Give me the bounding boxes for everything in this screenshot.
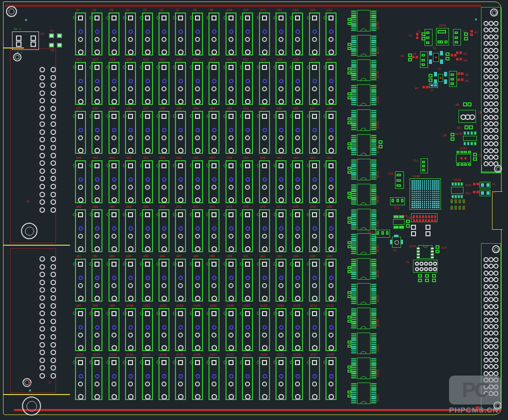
relay-footprint[interactable]	[175, 209, 186, 252]
relay-footprint[interactable]	[158, 209, 170, 252]
component-conn16[interactable]	[411, 213, 438, 222]
relay-footprint[interactable]	[142, 160, 153, 203]
relay-footprint[interactable]	[192, 111, 203, 154]
relay-footprint[interactable]	[276, 111, 286, 154]
relay-footprint[interactable]	[92, 62, 102, 105]
bga-footprint[interactable]	[410, 178, 441, 210]
relay-footprint[interactable]	[75, 357, 86, 400]
relay-footprint[interactable]	[192, 259, 203, 302]
component-cyn2h[interactable]	[480, 182, 490, 188]
relay-footprint[interactable]	[309, 12, 320, 55]
relay-footprint[interactable]	[192, 357, 203, 400]
component-res2h[interactable]	[412, 56, 418, 58]
component-sq4w[interactable]	[12, 31, 39, 50]
component-grn4[interactable]	[48, 33, 62, 48]
relay-footprint[interactable]	[175, 357, 186, 400]
relay-footprint[interactable]	[158, 259, 170, 302]
relay-footprint[interactable]	[208, 308, 220, 351]
relay-footprint[interactable]	[108, 357, 120, 400]
relay-footprint[interactable]	[75, 160, 86, 203]
relay-footprint[interactable]	[75, 259, 86, 302]
component-cyn2h[interactable]	[429, 83, 438, 88]
relay-footprint[interactable]	[208, 209, 220, 252]
relay-footprint[interactable]	[276, 259, 286, 302]
relay-footprint[interactable]	[92, 12, 102, 55]
relay-footprint[interactable]	[142, 62, 153, 105]
relay-footprint[interactable]	[326, 12, 336, 55]
right-connector-1[interactable]	[481, 7, 501, 172]
relay-footprint[interactable]	[309, 259, 320, 302]
component-g2h[interactable]	[464, 125, 473, 129]
relay-footprint[interactable]	[292, 111, 303, 154]
relay-footprint[interactable]	[259, 357, 270, 400]
relay-footprint[interactable]	[292, 160, 303, 203]
component-g2v[interactable]	[408, 53, 412, 61]
relay-footprint[interactable]	[142, 259, 153, 302]
component-res2h[interactable]	[473, 191, 479, 193]
relay-footprint[interactable]	[208, 259, 220, 302]
relay-footprint[interactable]	[92, 160, 102, 203]
relay-footprint[interactable]	[292, 308, 303, 351]
relay-footprint[interactable]	[142, 357, 153, 400]
relay-footprint[interactable]	[175, 259, 186, 302]
relay-footprint[interactable]	[276, 12, 286, 55]
relay-footprint[interactable]	[108, 259, 120, 302]
relay-footprint[interactable]	[259, 62, 270, 105]
relay-footprint[interactable]	[142, 111, 153, 154]
component-g2v[interactable]	[418, 274, 422, 282]
component-res2h[interactable]	[450, 54, 456, 56]
relay-footprint[interactable]	[92, 308, 102, 351]
relay-footprint[interactable]	[175, 160, 186, 203]
relay-footprint[interactable]	[242, 357, 253, 400]
relay-footprint[interactable]	[125, 308, 136, 351]
relay-footprint[interactable]	[326, 259, 336, 302]
relay-footprint[interactable]	[92, 357, 102, 400]
relay-footprint[interactable]	[292, 62, 303, 105]
component-csoic4[interactable]	[450, 182, 464, 198]
relay-footprint[interactable]	[226, 160, 236, 203]
component-g2v[interactable]	[464, 32, 468, 40]
relay-footprint[interactable]	[226, 357, 236, 400]
relay-footprint[interactable]	[75, 12, 86, 55]
relay-footprint[interactable]	[208, 62, 220, 105]
relay-footprint[interactable]	[292, 357, 303, 400]
relay-footprint[interactable]	[226, 62, 236, 105]
component-cyn1[interactable]	[475, 18, 477, 20]
component-g2v[interactable]	[450, 133, 454, 141]
relay-footprint[interactable]	[142, 308, 153, 351]
relay-footprint[interactable]	[192, 12, 203, 55]
relay-footprint[interactable]	[326, 209, 336, 252]
component-vbar3[interactable]	[395, 171, 404, 189]
component-g2v[interactable]	[428, 74, 432, 82]
relay-footprint[interactable]	[309, 160, 320, 203]
relay-footprint[interactable]	[242, 111, 253, 154]
component-cyn1[interactable]	[25, 19, 27, 21]
component-hbar3[interactable]	[390, 197, 405, 205]
relay-footprint[interactable]	[125, 209, 136, 252]
relay-footprint[interactable]	[92, 259, 102, 302]
relay-footprint[interactable]	[326, 160, 336, 203]
component-res2h[interactable]	[473, 183, 479, 185]
relay-footprint[interactable]	[158, 160, 170, 203]
relay-footprint[interactable]	[276, 209, 286, 252]
component-qfn[interactable]	[456, 151, 471, 166]
component-g2v[interactable]	[406, 220, 410, 228]
relay-footprint[interactable]	[108, 160, 120, 203]
relay-footprint[interactable]	[75, 209, 86, 252]
component-g2v[interactable]	[436, 245, 440, 253]
relay-footprint[interactable]	[108, 62, 120, 105]
relay-footprint[interactable]	[158, 111, 170, 154]
relay-footprint[interactable]	[276, 62, 286, 105]
trace-line[interactable]	[481, 172, 502, 173]
relay-footprint[interactable]	[242, 62, 253, 105]
component-csoic4[interactable]	[462, 131, 478, 145]
relay-footprint[interactable]	[75, 62, 86, 105]
component-g2v[interactable]	[432, 274, 436, 282]
relay-footprint[interactable]	[259, 209, 270, 252]
relay-footprint[interactable]	[242, 160, 253, 203]
relay-footprint[interactable]	[192, 308, 203, 351]
component-vbar3[interactable]	[453, 29, 461, 45]
component-reg3[interactable]	[436, 28, 449, 45]
component-soic8[interactable]	[392, 215, 405, 229]
relay-footprint[interactable]	[158, 357, 170, 400]
